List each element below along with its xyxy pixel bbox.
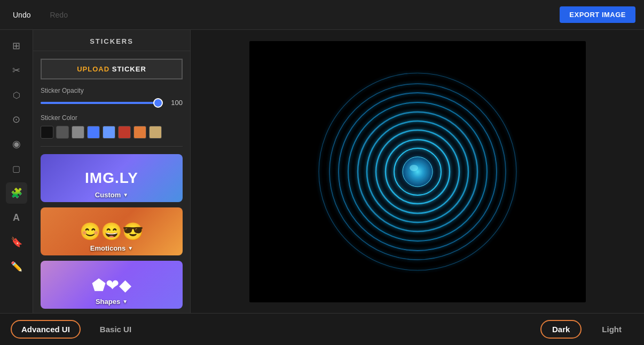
- adjustment-icon-item[interactable]: ⊙: [6, 109, 27, 130]
- color-swatch-6[interactable]: [118, 126, 131, 139]
- top-bar: Undo Redo EXPORT IMAGE: [0, 0, 644, 30]
- filter-icon-item[interactable]: ⬡: [6, 84, 27, 106]
- bottom-bar-left: Advanced UI Basic UI: [11, 320, 142, 339]
- opacity-value: 100: [168, 99, 183, 107]
- sticker-pack-shapes-label: Shapes ▼: [96, 298, 128, 306]
- frame-icon: ▢: [12, 164, 20, 174]
- bottom-bar: Advanced UI Basic UI Dark Light: [0, 313, 644, 345]
- upload-sticker-button[interactable]: UPLOAD STICKER: [41, 59, 183, 79]
- panel-inner: UPLOAD STICKER Sticker Opacity 100 Stick…: [33, 51, 190, 313]
- filter-icon: ⬡: [13, 90, 20, 100]
- sticker-pack-shapes[interactable]: ⬟❤◆ Shapes ▼: [41, 261, 183, 309]
- overlay-icon: 🔖: [11, 236, 22, 248]
- sticker-icon: 🧩: [11, 187, 22, 199]
- color-swatch-8[interactable]: [149, 126, 162, 139]
- sticker-pack-emoticons[interactable]: 😊😄😎 Emoticons ▼: [41, 207, 183, 255]
- svg-point-12: [410, 165, 418, 171]
- color-label: Sticker Color: [41, 114, 183, 122]
- imgly-logo-text: IMG.LY: [85, 170, 138, 187]
- layout-icon: ⊞: [12, 40, 20, 52]
- redo-button[interactable]: Redo: [45, 9, 72, 21]
- text-icon: A: [13, 212, 20, 223]
- panel-title: STICKERS: [33, 30, 190, 51]
- sticker-pack-custom[interactable]: IMG.LY Custom ▼: [41, 154, 183, 202]
- sticker-icon-item[interactable]: 🧩: [6, 182, 27, 204]
- color-swatch-5[interactable]: [103, 126, 115, 139]
- export-image-button[interactable]: EXPORT IMAGE: [560, 6, 635, 23]
- canvas-area: [191, 30, 644, 313]
- opacity-slider-row: 100: [41, 99, 183, 107]
- color-swatch-3[interactable]: [72, 126, 84, 139]
- icon-bar: ⊞ ✂ ⬡ ⊙ ◉ ▢ 🧩 A 🔖 ✏️: [0, 30, 33, 313]
- color-swatch-1[interactable]: [41, 126, 53, 139]
- color-swatch-7[interactable]: [133, 126, 146, 139]
- sticker-pack-custom-label: Custom ▼: [95, 191, 128, 199]
- adjustment-icon: ⊙: [12, 114, 20, 125]
- focus-icon-item[interactable]: ◉: [6, 133, 27, 155]
- custom-chevron-icon: ▼: [123, 192, 128, 198]
- sticker-pack-emoticons-label: Emoticons ▼: [90, 244, 133, 252]
- shapes-chevron-icon: ▼: [122, 299, 128, 304]
- emoticons-chevron-icon: ▼: [128, 245, 133, 251]
- side-panel: STICKERS UPLOAD STICKER Sticker Opacity …: [33, 30, 191, 313]
- color-swatches: [41, 126, 183, 139]
- focus-icon: ◉: [12, 138, 21, 150]
- opacity-slider-fill: [41, 102, 162, 104]
- overlay-icon-item[interactable]: 🔖: [6, 231, 27, 253]
- main-area: ⊞ ✂ ⬡ ⊙ ◉ ▢ 🧩 A 🔖 ✏️ STICKERS: [0, 30, 644, 313]
- upload-label-rest: STICKER: [112, 65, 146, 73]
- frame-icon-item[interactable]: ▢: [6, 158, 27, 179]
- emoticons-preview: 😊😄😎: [80, 221, 144, 242]
- opacity-slider-thumb[interactable]: [153, 98, 163, 108]
- canvas-image[interactable]: [249, 41, 586, 302]
- layout-icon-item[interactable]: ⊞: [6, 35, 27, 57]
- light-theme-tab[interactable]: Light: [590, 320, 633, 339]
- color-swatch-4[interactable]: [87, 126, 100, 139]
- top-bar-left: Undo Redo: [9, 9, 72, 21]
- color-swatch-2[interactable]: [56, 126, 69, 139]
- opacity-label: Sticker Opacity: [41, 87, 183, 94]
- upload-label-highlight: UPLOAD: [77, 65, 109, 73]
- divider: [41, 146, 183, 147]
- crop-icon-item[interactable]: ✂: [6, 60, 27, 81]
- advanced-ui-tab[interactable]: Advanced UI: [11, 320, 81, 339]
- crop-icon: ✂: [12, 65, 20, 76]
- brush-icon-item[interactable]: ✏️: [6, 256, 27, 277]
- opacity-slider-track[interactable]: [41, 102, 162, 104]
- undo-button[interactable]: Undo: [9, 9, 35, 21]
- brush-icon: ✏️: [11, 261, 22, 272]
- text-icon-item[interactable]: A: [6, 207, 27, 228]
- basic-ui-tab[interactable]: Basic UI: [89, 320, 142, 339]
- shapes-preview: ⬟❤◆: [92, 276, 131, 294]
- bottom-bar-right: Dark Light: [540, 320, 633, 339]
- concentric-circles-svg: [311, 65, 524, 278]
- dark-theme-tab[interactable]: Dark: [540, 320, 582, 339]
